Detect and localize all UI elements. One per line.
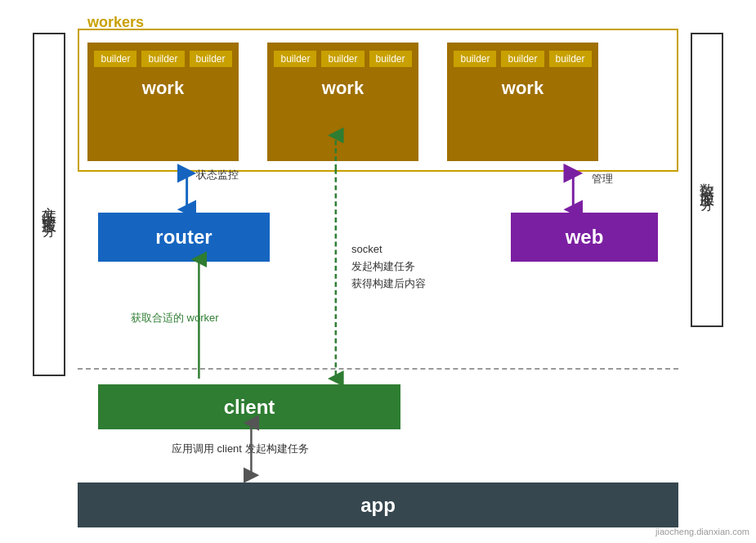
builder-box-2-3: builder — [369, 51, 412, 67]
divider-line — [78, 368, 678, 370]
status-label: 状态监控 — [196, 168, 239, 182]
app-box: app — [78, 482, 678, 527]
watermark: jiaocheng.dianxian.com — [655, 527, 749, 536]
diagram-container: 文件中转服务 数据库服务 workers builder builder bui… — [33, 8, 723, 535]
builder-box-2-1: builder — [274, 51, 316, 67]
socket-label: socket 发起构建任务 获得构建后内容 — [351, 241, 426, 292]
work-label-2: work — [322, 78, 364, 99]
right-label: 数据库服务 — [691, 33, 723, 327]
builder-box-3-3: builder — [549, 51, 592, 67]
work-group-1: builder builder builder work — [87, 43, 239, 161]
client-label: client — [224, 396, 275, 419]
web-label: web — [566, 226, 604, 249]
builder-box-2-2: builder — [321, 51, 364, 67]
app-call-label: 应用调用 client 发起构建任务 — [172, 442, 309, 456]
work-group-3: builder builder builder work — [447, 43, 598, 161]
router-label: router — [155, 226, 212, 249]
web-box: web — [511, 213, 658, 262]
builder-box-1-1: builder — [94, 51, 136, 67]
builder-box-3-2: builder — [501, 51, 544, 67]
client-box: client — [98, 384, 400, 429]
workers-container: workers builder builder builder work bui… — [78, 29, 678, 172]
builder-box-1-2: builder — [141, 51, 184, 67]
app-label: app — [360, 494, 396, 517]
workers-label: workers — [87, 14, 144, 31]
work-label-1: work — [142, 78, 184, 99]
work-label-3: work — [502, 78, 544, 99]
builders-row-3: builder builder builder — [445, 43, 599, 71]
router-box: router — [98, 213, 270, 262]
builder-box-3-1: builder — [454, 51, 496, 67]
manage-label: 管理 — [592, 172, 613, 186]
builder-box-1-3: builder — [190, 51, 232, 67]
worker-label: 获取合适的 worker — [131, 311, 219, 325]
builders-row-2: builder builder builder — [266, 43, 419, 71]
builders-row-1: builder builder builder — [86, 43, 239, 71]
left-label: 文件中转服务 — [33, 33, 65, 376]
work-group-2: builder builder builder work — [267, 43, 418, 161]
